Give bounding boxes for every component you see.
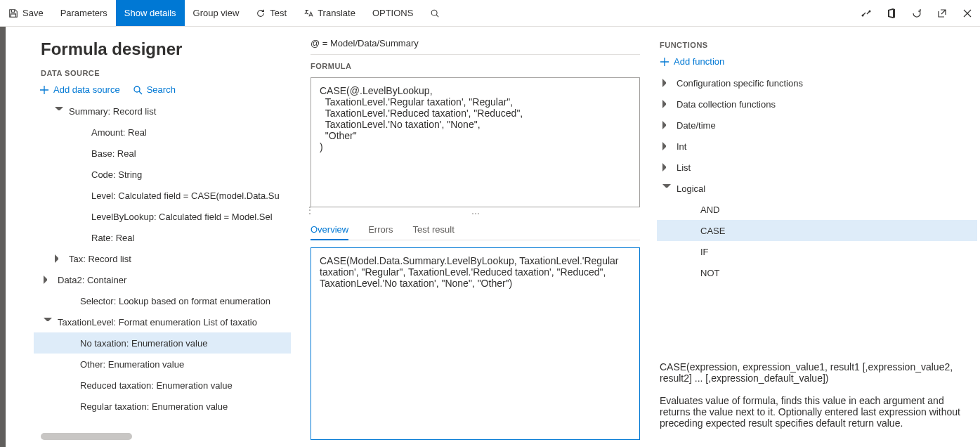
- chevron-right-icon[interactable]: [662, 163, 671, 171]
- chevron-right-icon[interactable]: [55, 254, 63, 263]
- tree-node[interactable]: Regular taxation: Enumeration value: [34, 396, 291, 417]
- function-node[interactable]: Data collection functions: [657, 93, 977, 115]
- function-node[interactable]: Int: [657, 136, 977, 157]
- search-icon: [430, 8, 440, 18]
- function-node[interactable]: Logical: [657, 178, 977, 199]
- group-view-button[interactable]: Group view: [185, 0, 248, 26]
- svg-point-4: [134, 86, 140, 92]
- popout-icon[interactable]: [929, 0, 955, 26]
- chevron-down-icon[interactable]: [662, 184, 671, 193]
- tree-node-label: TaxationLevel: Format enumeration List o…: [58, 317, 257, 328]
- tree-node[interactable]: Summary: Record list: [34, 101, 291, 122]
- horizontal-scrollbar[interactable]: [41, 433, 132, 440]
- tree-node[interactable]: Rate: Real: [34, 227, 291, 248]
- function-node-label: NOT: [700, 268, 719, 278]
- tree-node-label: Tax: Record list: [69, 254, 131, 264]
- function-node[interactable]: CASE: [657, 220, 977, 241]
- tree-node[interactable]: No taxation: Enumeration value: [34, 332, 291, 354]
- tree-node[interactable]: Selector: Lookup based on format enumera…: [34, 290, 291, 311]
- chevron-right-icon[interactable]: [44, 276, 52, 284]
- formula-panel: @ = Model/Data/Summary FORMULA CASE(@.Le…: [301, 27, 650, 447]
- save-icon: [8, 8, 18, 18]
- chevron-right-icon[interactable]: [662, 79, 671, 87]
- function-node-label: Int: [677, 141, 686, 152]
- tree-node-label: No taxation: Enumeration value: [80, 338, 207, 349]
- function-node[interactable]: List: [657, 157, 977, 178]
- overview-output: CASE(Model.Data.Summary.LevelByLookup, T…: [311, 247, 640, 440]
- svg-point-2: [862, 14, 864, 16]
- tree-node[interactable]: Tax: Record list: [34, 248, 291, 269]
- chevron-down-icon[interactable]: [44, 318, 52, 326]
- tree-node[interactable]: Code: String: [34, 164, 291, 185]
- svg-line-1: [437, 15, 439, 17]
- reload-icon[interactable]: [904, 0, 929, 26]
- tab-overview[interactable]: Overview: [311, 220, 348, 240]
- parameters-button[interactable]: Parameters: [52, 0, 116, 26]
- tree-node-label: LevelByLookup: Calculated field = Model.…: [91, 212, 273, 222]
- function-signature: CASE(expression, expression_value1, resu…: [660, 361, 969, 384]
- page-title: Formula designer: [41, 39, 294, 59]
- tree-node[interactable]: Reduced taxation: Enumeration value: [34, 375, 291, 396]
- tree-node-label: Other: Enumeration value: [80, 359, 184, 370]
- svg-line-5: [139, 91, 142, 94]
- translate-button[interactable]: Translate: [295, 0, 364, 26]
- formula-path: @ = Model/Data/Summary: [311, 27, 640, 55]
- data-source-panel: Formula designer DATA SOURCE Add data so…: [6, 27, 301, 447]
- show-details-button[interactable]: Show details: [116, 0, 185, 26]
- formula-label: FORMULA: [311, 62, 640, 70]
- tab-test-result[interactable]: Test result: [413, 220, 455, 240]
- formula-input[interactable]: CASE(@.LevelByLookup, TaxationLevel.'Reg…: [311, 77, 640, 207]
- function-node[interactable]: Configuration specific functions: [657, 72, 977, 93]
- chevron-down-icon[interactable]: [55, 107, 63, 115]
- resize-grip[interactable]: ⋯: [311, 207, 640, 220]
- function-node-label: List: [677, 162, 691, 173]
- tree-node-label: Summary: Record list: [69, 106, 156, 117]
- close-icon[interactable]: [955, 0, 980, 26]
- chevron-right-icon[interactable]: [662, 142, 671, 150]
- connector-icon[interactable]: [854, 0, 879, 26]
- tab-errors[interactable]: Errors: [368, 220, 393, 240]
- tree-node-label: Code: String: [91, 169, 142, 180]
- svg-point-3: [869, 10, 871, 12]
- test-button[interactable]: Test: [247, 0, 295, 26]
- tree-node[interactable]: TaxationLevel: Format enumeration List o…: [34, 311, 291, 332]
- tree-node[interactable]: Level: Calculated field = CASE(model.Dat…: [34, 185, 291, 206]
- tree-node-label: Level: Calculated field = CASE(model.Dat…: [91, 190, 280, 201]
- tree-node-label: Selector: Lookup based on format enumera…: [80, 296, 270, 306]
- function-description: CASE(expression, expression_value1, resu…: [657, 353, 977, 440]
- toolbar: Save Parameters Show details Group view …: [0, 0, 980, 27]
- function-summary: Evaluates value of formula, finds this v…: [660, 395, 969, 429]
- tree-node[interactable]: Other: Enumeration value: [34, 354, 291, 375]
- translate-icon: [303, 8, 313, 18]
- office-icon[interactable]: [879, 0, 904, 26]
- function-node-label: Data collection functions: [677, 99, 776, 110]
- search-button[interactable]: [422, 0, 448, 26]
- add-data-source-button[interactable]: Add data source: [39, 84, 120, 95]
- data-source-tree[interactable]: Summary: Record listAmount: RealBase: Re…: [34, 101, 294, 433]
- function-node-label: CASE: [700, 226, 725, 236]
- tree-node[interactable]: LevelByLookup: Calculated field = Model.…: [34, 206, 291, 227]
- function-node[interactable]: IF: [657, 241, 977, 262]
- tree-node-label: Base: Real: [91, 148, 136, 159]
- refresh-icon: [256, 8, 266, 18]
- function-node-label: Date/time: [677, 120, 716, 131]
- tree-node[interactable]: Data2: Container: [34, 269, 291, 290]
- save-button[interactable]: Save: [0, 0, 52, 26]
- plus-icon: [660, 57, 669, 67]
- function-node[interactable]: Date/time: [657, 115, 977, 136]
- function-node[interactable]: NOT: [657, 262, 977, 283]
- options-button[interactable]: OPTIONS: [364, 0, 422, 26]
- function-node[interactable]: AND: [657, 199, 977, 220]
- tree-node-label: Reduced taxation: Enumeration value: [80, 380, 233, 391]
- chevron-right-icon[interactable]: [662, 100, 671, 108]
- tree-node[interactable]: Amount: Real: [34, 122, 291, 143]
- chevron-right-icon[interactable]: [662, 121, 671, 129]
- search-data-source-button[interactable]: Search: [133, 84, 176, 95]
- function-node-label: AND: [700, 205, 719, 215]
- result-tabs: Overview Errors Test result: [311, 220, 640, 240]
- tree-node[interactable]: Base: Real: [34, 143, 291, 164]
- add-function-button[interactable]: Add function: [660, 56, 724, 67]
- functions-tree[interactable]: Configuration specific functionsData col…: [657, 72, 977, 353]
- functions-panel: FUNCTIONS Add function Configuration spe…: [650, 27, 980, 447]
- tree-node-label: Data2: Container: [58, 275, 126, 285]
